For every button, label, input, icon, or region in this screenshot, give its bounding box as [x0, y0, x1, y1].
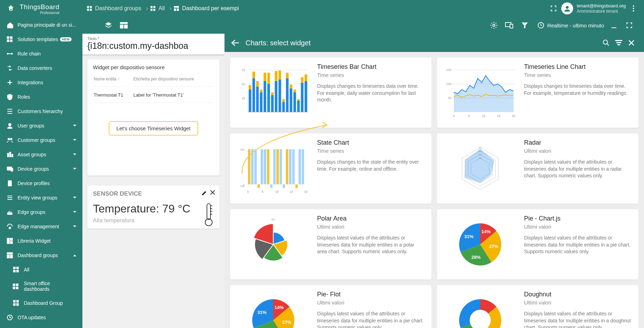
download-icon[interactable] — [608, 19, 620, 32]
widget-thumb: 255075 — [236, 63, 310, 122]
svg-rect-130 — [270, 184, 273, 188]
svg-rect-104 — [297, 99, 300, 101]
sidebar-item-solution-templates[interactable]: Solution templatesNEW — [0, 32, 82, 46]
layers-icon[interactable] — [102, 19, 115, 32]
sidebar-item-dashboard-group[interactable]: Dashboard Group — [0, 296, 82, 310]
widget-card-subtype: Ultimi valori — [524, 148, 632, 154]
svg-rect-39 — [87, 6, 89, 8]
widget-card-timeseries-bar-chart[interactable]: 255075Timeseries Bar ChartTime seriesDis… — [230, 58, 431, 128]
svg-rect-2 — [10, 37, 12, 39]
widget-card-doughnut[interactable]: DoughnutUltimi valoriDisplays latest val… — [437, 285, 638, 328]
sidebar-item-roles[interactable]: Roles — [0, 90, 82, 104]
sidebar-item-label: Roles — [18, 94, 30, 100]
more-icon[interactable] — [627, 2, 640, 15]
svg-text:60: 60 — [271, 218, 275, 221]
svg-rect-96 — [282, 99, 285, 102]
svg-rect-12 — [9, 152, 11, 157]
svg-point-17 — [9, 185, 10, 185]
fullscreen-icon[interactable] — [547, 2, 560, 15]
svg-rect-11 — [7, 153, 9, 157]
brand-edition: Professional — [20, 11, 59, 15]
svg-text:16: 16 — [275, 190, 279, 193]
breadcrumb-dashboard-name[interactable]: Dashboard per esempi — [174, 5, 239, 12]
widget-card-title: Polar Area — [317, 215, 425, 222]
close-icon[interactable] — [210, 190, 215, 196]
realtime-selector[interactable]: Realtime - ultimo minuto — [537, 22, 604, 29]
sidebar-item-rule-chain[interactable]: Rule chain — [0, 46, 82, 61]
svg-rect-135 — [286, 149, 288, 184]
widget-card-polar-area[interactable]: 60Polar AreaUltimi valoriDisplays latest… — [230, 209, 431, 280]
assetgroups-icon — [6, 151, 13, 158]
sidebar-item-ota-updates[interactable]: OTA updates — [0, 310, 82, 324]
usergroups-icon — [6, 122, 13, 129]
sidebar-item-all[interactable]: All — [0, 262, 82, 277]
sidebar-item-device-groups[interactable]: Device groups — [0, 162, 82, 176]
expand-icon[interactable] — [623, 19, 636, 32]
converters-icon — [6, 65, 13, 71]
layout-icon[interactable] — [118, 19, 130, 32]
svg-rect-15 — [11, 168, 13, 171]
svg-rect-97 — [286, 78, 288, 112]
user-menu[interactable]: tenant@thingsboard.org Amministratore te… — [561, 2, 626, 14]
table-row[interactable]: Thermostat T1 Label for 'Thermostat T1' — [94, 87, 213, 103]
sidebar-item-smart-office-dashboards[interactable]: Smart office dashboards — [0, 277, 82, 296]
svg-rect-7 — [9, 82, 11, 83]
new-badge: NEW — [60, 37, 72, 41]
hierarchy-icon — [6, 108, 13, 114]
svg-text:150: 150 — [446, 68, 451, 72]
widget-card-timeseries-line-chart[interactable]: 5010015008162432Timeseries Line ChartTim… — [437, 58, 638, 128]
svg-rect-47 — [174, 6, 179, 8]
sidebar-item-edge-groups[interactable]: Edge groups — [0, 205, 82, 219]
sidebar-item-asset-groups[interactable]: Asset groups — [0, 147, 82, 162]
sidebar-item-user-groups[interactable]: User groups — [0, 118, 82, 133]
app-logo[interactable]: ThingsBoard Professional — [0, 0, 82, 18]
sidebar-item-dashboard-groups[interactable]: Dashboard groups — [0, 248, 82, 262]
svg-text:Off: Off — [240, 184, 244, 188]
edit-icon[interactable] — [201, 190, 208, 196]
sidebar-item-data-converters[interactable]: Data converters — [0, 61, 82, 75]
filter-list-icon[interactable] — [612, 37, 625, 49]
title-input-block[interactable]: Titolo * {i18n:custom.my-dashboa — [82, 34, 224, 54]
sidebar-item-entity-view-groups[interactable]: Entity view groups — [0, 190, 82, 205]
sidebar-item-integrations[interactable]: Integrations — [0, 75, 82, 90]
svg-text:0: 0 — [247, 190, 249, 193]
sidebar-item-edge-management[interactable]: Edge management — [0, 219, 82, 234]
breadcrumb-dashboard-groups[interactable]: Dashboard groups — [87, 5, 141, 12]
chevron-down-icon — [73, 211, 77, 214]
svg-rect-131 — [273, 149, 276, 184]
edgemgmt-icon — [6, 223, 13, 230]
widget-card-state-chart[interactable]: OnOff08162432State ChartTime seriesDispl… — [230, 133, 431, 204]
filter-icon[interactable] — [518, 19, 531, 32]
templates-icon — [6, 36, 13, 42]
sidebar-item-libreria-widget[interactable]: Libreria Widget — [0, 234, 82, 248]
sidebar-item-label: Device profiles — [18, 181, 50, 186]
col-entity-name[interactable]: Nome entità — [94, 77, 133, 87]
sidebar-item-pagina-principale-di-un-si[interactable]: Pagina principale di un si... — [0, 18, 82, 32]
widget-card-radar[interactable]: 30405060RadarUltimi valoriDisplays lates… — [437, 133, 638, 204]
svg-rect-1 — [7, 37, 9, 39]
deviceprofiles-icon — [6, 180, 13, 186]
grid-icon — [12, 283, 20, 290]
settings-icon[interactable] — [488, 19, 500, 32]
title-value: {i18n:custom.my-dashboa — [87, 41, 220, 51]
svg-rect-108 — [304, 74, 307, 81]
svg-rect-49 — [177, 8, 179, 11]
search-icon[interactable] — [600, 37, 612, 49]
widget-card-pie-chart-js[interactable]: 14%27%28%31%Pie - Chart.jsUltimi valoriD… — [437, 209, 638, 280]
sidebar-item-device-profiles[interactable]: Device profiles — [0, 176, 82, 190]
devices-icon[interactable] — [503, 19, 516, 32]
sidebar-item-customers-hierarchy[interactable]: Customers hierarchy — [0, 104, 82, 118]
grid-icon — [12, 266, 20, 273]
widget-card-pie-flot[interactable]: 14%27%28%31%Pie- FlotUltimi valoriDispla… — [230, 285, 431, 328]
sidebar-item-label: Libreria Widget — [18, 238, 51, 244]
col-label[interactable]: Etichetta per dispositivo sensore — [133, 77, 213, 87]
svg-rect-54 — [120, 22, 128, 24]
breadcrumb-all[interactable]: All — [150, 5, 165, 12]
svg-text:14%: 14% — [482, 229, 491, 234]
widget-card-title: State Chart — [317, 139, 425, 146]
back-arrow-icon[interactable] — [231, 39, 239, 46]
widget-thumb: 60 — [236, 215, 310, 274]
user-email: tenant@thingsboard.org — [577, 3, 626, 9]
sidebar-item-customer-groups[interactable]: Customer groups — [0, 133, 82, 147]
close-panel-icon[interactable] — [625, 37, 638, 49]
